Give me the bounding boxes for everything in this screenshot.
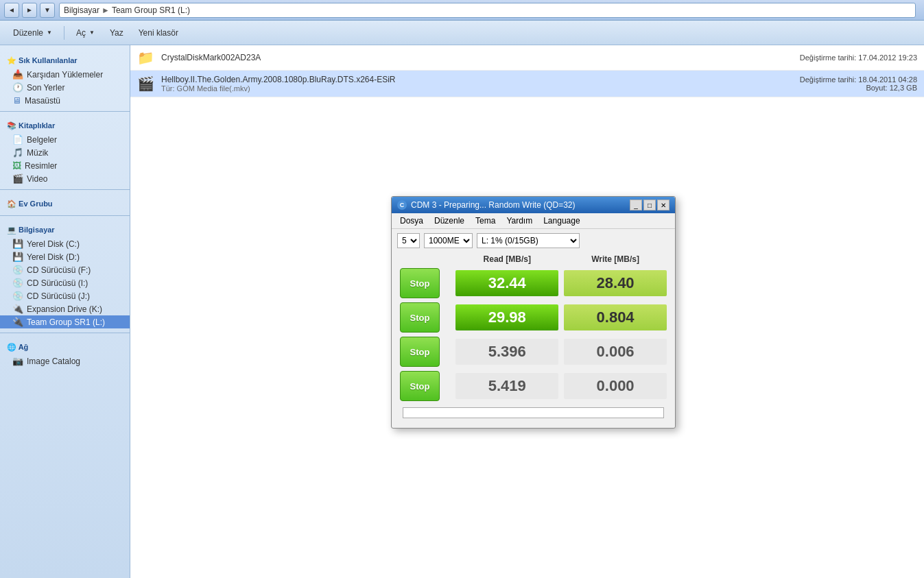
sidebar-item-video[interactable]: 🎬 Video xyxy=(0,172,130,185)
stop-button-3[interactable]: Stop xyxy=(400,337,440,367)
cdm-app-icon: C xyxy=(397,200,407,210)
cdm-progress-bar xyxy=(403,407,664,418)
sidebar-item-cd-i[interactable]: 💿 CD Sürücüsü (I:) xyxy=(0,276,130,289)
sidebar-item-pictures[interactable]: 🖼 Resimler xyxy=(0,159,130,172)
cdm-close-button[interactable]: ✕ xyxy=(657,200,670,210)
cdm-read-value-1: 32.44 xyxy=(455,270,558,296)
cdm-read-value-2: 29.98 xyxy=(455,304,558,330)
homegroup-section[interactable]: 🏠 Ev Grubu xyxy=(0,194,130,211)
stop-button-2[interactable]: Stop xyxy=(400,302,440,333)
expansion-icon: 🔌 xyxy=(12,304,23,314)
sidebar-item-local-d[interactable]: 💾 Yerel Disk (D:) xyxy=(0,250,130,263)
cd-i-icon: 💿 xyxy=(12,278,23,288)
table-row: Stop 32.44 28.40 xyxy=(397,266,670,300)
cdm-menu-yardim[interactable]: Yardım xyxy=(501,215,538,227)
nav-buttons: ◄ ► ▼ xyxy=(4,3,55,18)
content-area: 📁 CrystalDiskMark002AD23A Değiştirme tar… xyxy=(130,45,924,578)
cdm-count-select[interactable]: 5 xyxy=(397,233,420,248)
stop-button-1[interactable]: Stop xyxy=(400,268,440,298)
cdm-read-value-3: 5.396 xyxy=(455,339,558,365)
forward-button[interactable]: ► xyxy=(22,3,37,18)
cd-f-icon: 💿 xyxy=(12,265,23,275)
cdm-read-value-4: 5.419 xyxy=(455,373,558,399)
sidebar-divider-3 xyxy=(0,215,130,216)
network-icon: 🌐 xyxy=(7,343,16,351)
sidebar-item-recent[interactable]: 🕐 Son Yerler xyxy=(0,81,130,94)
cdm-write-value-1: 28.40 xyxy=(564,270,667,296)
recent-icon: 🕐 xyxy=(12,82,23,93)
back-button[interactable]: ◄ xyxy=(4,3,19,18)
address-bar[interactable]: Bilgisayar ► Team Group SR1 (L:) xyxy=(59,3,916,18)
catalog-icon: 📷 xyxy=(12,356,23,366)
downloads-icon: 📥 xyxy=(12,69,23,80)
libraries-section[interactable]: 📚 Kitaplıklar xyxy=(0,116,130,133)
dropdown-button[interactable]: ▼ xyxy=(40,3,55,18)
new-folder-button[interactable]: Yeni klasör xyxy=(132,25,185,40)
sidebar-divider-4 xyxy=(0,333,130,333)
desktop-icon: 🖥 xyxy=(12,95,21,106)
burn-button[interactable]: Yaz xyxy=(104,25,130,40)
cdm-table: Read [MB/s] Write [MB/s] Stop 32.44 28.4… xyxy=(397,252,670,403)
sidebar: ⭐ Sık Kullanılanlar 📥 Karşıdan Yüklemele… xyxy=(0,45,130,578)
cdm-write-value-2: 0.804 xyxy=(564,304,667,330)
cdm-menu-language[interactable]: Language xyxy=(538,215,585,227)
teamgroup-icon: 🔌 xyxy=(12,317,23,327)
sidebar-item-music[interactable]: 🎵 Müzik xyxy=(0,146,130,159)
stop-button-4[interactable]: Stop xyxy=(400,371,440,401)
file-date-mkv: Değiştirme tarihi: 18.04.2011 04:28 xyxy=(800,75,917,84)
file-item-mkv[interactable]: 🎬 Hellboy.II.The.Golden.Army.2008.1080p.… xyxy=(130,71,924,97)
cdm-drive-select[interactable]: L: 1% (0/15GB) xyxy=(477,233,580,248)
cdm-write-value-4: 0.000 xyxy=(564,373,667,399)
file-name-folder: CrystalDiskMark002AD23A xyxy=(161,53,793,62)
file-name-mkv: Hellboy.II.The.Golden.Army.2008.1080p.Bl… xyxy=(161,75,793,84)
sidebar-item-teamgroup[interactable]: 🔌 Team Group SR1 (L:) xyxy=(0,315,130,328)
folder-icon: 📁 xyxy=(137,49,154,66)
sidebar-item-expansion[interactable]: 🔌 Expansion Drive (K:) xyxy=(0,302,130,315)
toolbar-separator xyxy=(64,26,64,40)
star-icon: ⭐ xyxy=(7,56,16,64)
mkv-icon: 🎬 xyxy=(137,75,154,92)
file-meta-mkv: Tür: GOM Media file(.mkv) xyxy=(161,84,793,93)
cdm-titlebar: C CDM 3 - Preparing... Random Write (QD=… xyxy=(392,197,675,213)
cdm-controls: 5 1000ME L: 1% (0/15GB) xyxy=(392,229,675,252)
video-icon: 🎬 xyxy=(12,173,23,184)
cdm-menu-tema[interactable]: Tema xyxy=(470,215,501,227)
address-current: Team Group SR1 (L:) xyxy=(112,5,190,15)
library-icon: 📚 xyxy=(7,121,16,130)
sidebar-divider-2 xyxy=(0,189,130,190)
cdm-write-header: Write [MB/s] xyxy=(561,252,670,266)
homegroup-icon: 🏠 xyxy=(7,200,16,208)
organize-button[interactable]: Düzenle ▼ xyxy=(7,25,58,40)
drive-d-icon: 💾 xyxy=(12,252,23,262)
sidebar-item-desktop[interactable]: 🖥 Masaüstü xyxy=(0,94,130,107)
sidebar-item-catalog[interactable]: 📷 Image Catalog xyxy=(0,354,130,368)
cdm-write-value-3: 0.006 xyxy=(564,339,667,365)
computer-icon: 💻 xyxy=(7,226,16,234)
cdm-menu-dosya[interactable]: Dosya xyxy=(394,215,429,227)
cdm-maximize-button[interactable]: □ xyxy=(643,200,656,210)
cdm-table-wrap: Read [MB/s] Write [MB/s] Stop 32.44 28.4… xyxy=(392,252,675,428)
table-row: Stop 29.98 0.804 xyxy=(397,300,670,335)
favorites-section[interactable]: ⭐ Sık Kullanılanlar xyxy=(0,51,130,68)
documents-icon: 📄 xyxy=(12,134,23,145)
drive-c-icon: 💾 xyxy=(12,239,23,249)
toolbar: Düzenle ▼ Aç ▼ Yaz Yeni klasör xyxy=(0,21,924,45)
cdm-title: CDM 3 - Preparing... Random Write (QD=32… xyxy=(411,200,576,210)
sidebar-item-cd-f[interactable]: 💿 CD Sürücüsü (F:) xyxy=(0,263,130,276)
open-button[interactable]: Aç ▼ xyxy=(70,25,101,40)
music-icon: 🎵 xyxy=(12,147,23,158)
sidebar-item-local-c[interactable]: 💾 Yerel Disk (C:) xyxy=(0,237,130,250)
cdm-size-select[interactable]: 1000ME xyxy=(424,233,473,248)
cdm-window: C CDM 3 - Preparing... Random Write (QD=… xyxy=(391,196,676,429)
file-item-folder[interactable]: 📁 CrystalDiskMark002AD23A Değiştirme tar… xyxy=(130,45,924,71)
sidebar-item-cd-j[interactable]: 💿 CD Sürücüsü (J:) xyxy=(0,289,130,302)
cdm-header-row: Read [MB/s] Write [MB/s] xyxy=(397,252,670,266)
cdm-menu-duzenle[interactable]: Düzenle xyxy=(429,215,470,227)
cd-j-icon: 💿 xyxy=(12,291,23,301)
cdm-read-header: Read [MB/s] xyxy=(453,252,561,266)
computer-section[interactable]: 💻 Bilgisayar xyxy=(0,220,130,237)
sidebar-item-documents[interactable]: 📄 Belgeler xyxy=(0,133,130,146)
network-section[interactable]: 🌐 Ağ xyxy=(0,337,130,354)
cdm-minimize-button[interactable]: _ xyxy=(630,200,642,210)
sidebar-item-downloads[interactable]: 📥 Karşıdan Yüklemeler xyxy=(0,68,130,81)
